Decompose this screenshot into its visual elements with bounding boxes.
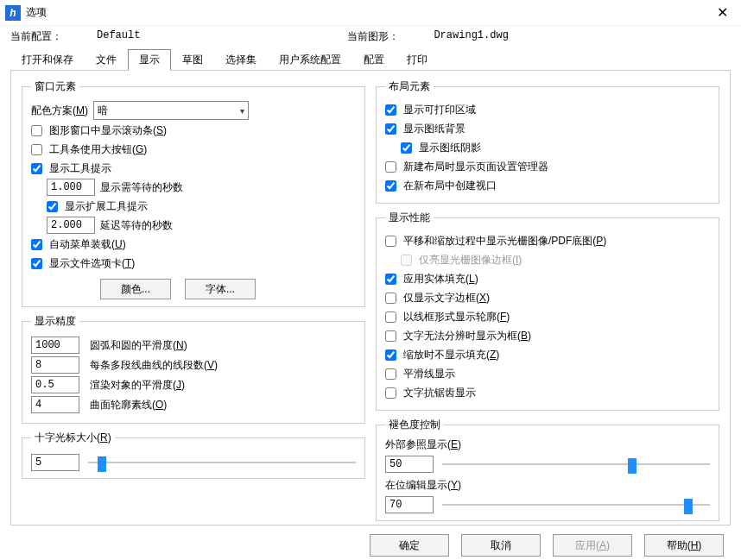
input-xref-fade[interactable] [385, 456, 434, 473]
tab-print[interactable]: 打印 [396, 49, 439, 71]
lbl-apply-solid-fill: 应用实体填充(L) [403, 272, 478, 286]
cb-show-ext-tooltip[interactable] [47, 201, 58, 212]
group-layout-elements-legend: 布局元素 [385, 79, 434, 94]
current-config-value: Default [97, 29, 140, 44]
input-arc-smoothness[interactable] [31, 337, 79, 354]
group-display-precision-legend: 显示精度 [31, 314, 79, 329]
input-tooltip-delay[interactable] [47, 179, 95, 196]
input-inplace-fade[interactable] [385, 496, 434, 513]
lbl-smooth-line: 平滑线显示 [403, 367, 455, 381]
group-display-precision: 显示精度 圆弧和圆的平滑度(N) 每条多段线曲线的线段数(V) 渲染对象的平滑度… [22, 314, 365, 424]
slider-xref-fade[interactable] [442, 456, 710, 473]
lbl-show-scrollbars: 图形窗口中显示滚动条(S) [49, 123, 167, 138]
lbl-show-paper-shadow: 显示图纸阴影 [419, 141, 481, 155]
current-drawing-value: Drawing1.dwg [434, 29, 508, 44]
lbl-show-printable-area: 显示可打印区域 [403, 103, 476, 117]
lbl-show-paper-bg: 显示图纸背景 [403, 122, 466, 136]
btn-fonts[interactable]: 字体... [185, 279, 256, 299]
cb-smooth-line[interactable] [385, 368, 396, 380]
lbl-no-fill-zoom: 缩放时不显示填充(Z) [403, 348, 499, 362]
lbl-tooltip-delay: 显示需等待的秒数 [100, 180, 183, 195]
lbl-xref-fade: 外部参照显示(E) [385, 437, 710, 452]
lbl-text-box-unreadable: 文字无法分辨时显示为框(B) [403, 329, 531, 343]
lbl-show-file-tabs: 显示文件选项卡(T) [49, 256, 135, 271]
tab-display[interactable]: 显示 [128, 49, 171, 71]
btn-apply: 应用(A) [553, 534, 632, 557]
cb-apply-solid-fill[interactable] [385, 274, 396, 285]
group-crosshair-size-legend: 十字光标大小(R) [31, 431, 115, 445]
cb-new-layout-psm[interactable] [385, 161, 396, 173]
tab-selection[interactable]: 选择集 [214, 49, 268, 71]
lbl-ext-tooltip-delay: 延迟等待的秒数 [100, 218, 173, 233]
cb-text-box-unreadable[interactable] [385, 330, 396, 342]
lbl-surface-contour: 曲面轮廓素线(O) [90, 398, 167, 412]
lbl-show-ext-tooltip: 显示扩展工具提示 [65, 199, 148, 214]
group-display-performance: 显示性能 平移和缩放过程中显示光栅图像/PDF底图(P) 仅亮显光栅图像边框(I… [376, 211, 719, 411]
cb-large-buttons[interactable] [31, 144, 42, 155]
btn-help[interactable]: 帮助(H) [644, 534, 724, 557]
lbl-new-layout-psm: 新建布局时显示页面设置管理器 [403, 160, 548, 174]
group-display-performance-legend: 显示性能 [385, 211, 434, 225]
lbl-text-frame-only: 仅显示文字边框(X) [403, 291, 490, 305]
group-window-elements: 窗口元素 配色方案(M) 暗 ▾ 图形窗口中显示滚动条(S) 工具条使用大按钮(… [22, 79, 365, 307]
lbl-highlight-raster-frame: 仅亮显光栅图像边框(I) [419, 253, 522, 267]
lbl-large-buttons: 工具条使用大按钮(G) [49, 142, 147, 157]
btn-cancel[interactable]: 取消 [461, 534, 541, 557]
cb-show-tooltips[interactable] [31, 163, 42, 174]
tab-sketch[interactable]: 草图 [171, 49, 214, 71]
color-scheme-select[interactable]: 暗 ▾ [93, 101, 249, 120]
app-icon: h [5, 5, 21, 21]
lbl-auto-menu: 自动菜单装载(U) [49, 237, 126, 252]
lbl-polyline-segments: 每条多段线曲线的线段数(V) [90, 358, 218, 373]
input-ext-tooltip-delay[interactable] [47, 217, 95, 234]
cb-show-paper-shadow[interactable] [401, 142, 412, 154]
cb-text-frame-only[interactable] [385, 293, 396, 304]
lbl-inplace-fade: 在位编辑显示(Y) [385, 478, 710, 493]
tab-user-sys[interactable]: 用户系统配置 [268, 49, 352, 71]
group-fade-control-legend: 褪色度控制 [385, 418, 444, 432]
tab-files[interactable]: 文件 [85, 49, 128, 71]
input-polyline-segments[interactable] [31, 356, 79, 374]
input-render-smoothness[interactable] [31, 376, 79, 393]
current-drawing-label: 当前图形： [347, 29, 399, 44]
lbl-text-antialias: 文字抗锯齿显示 [403, 386, 476, 400]
color-scheme-value: 暗 [98, 104, 108, 118]
tab-open-save[interactable]: 打开和保存 [10, 49, 85, 71]
cb-show-scrollbars[interactable] [31, 125, 42, 136]
slider-inplace-fade[interactable] [442, 496, 710, 513]
group-layout-elements: 布局元素 显示可打印区域 显示图纸背景 显示图纸阴影 新建布局时显示页面设置管理… [376, 79, 719, 204]
lbl-arc-smoothness: 圆弧和圆的平滑度(N) [90, 338, 187, 353]
close-button[interactable]: ✕ [710, 1, 734, 25]
lbl-show-tooltips: 显示工具提示 [49, 161, 111, 176]
btn-colors[interactable]: 颜色... [100, 279, 171, 299]
input-crosshair-size[interactable] [31, 454, 79, 471]
input-surface-contour[interactable] [31, 396, 79, 413]
lbl-pan-zoom-raster: 平移和缩放过程中显示光栅图像/PDF底图(P) [403, 234, 606, 249]
tab-configs[interactable]: 配置 [352, 49, 396, 71]
group-fade-control: 褪色度控制 外部参照显示(E) 在位编辑显示(Y) [376, 418, 719, 521]
slider-crosshair-size[interactable] [88, 454, 356, 471]
lbl-create-viewport: 在新布局中创建视口 [403, 179, 497, 193]
cb-create-viewport[interactable] [385, 180, 396, 192]
cb-show-printable-area[interactable] [385, 104, 396, 116]
cb-wireframe-silhouette[interactable] [385, 311, 396, 323]
lbl-wireframe-silhouette: 以线框形式显示轮廓(F) [403, 310, 510, 324]
cb-auto-menu[interactable] [31, 239, 42, 250]
btn-ok[interactable]: 确定 [370, 534, 449, 557]
cb-show-file-tabs[interactable] [31, 258, 42, 269]
cb-highlight-raster-frame [401, 255, 412, 266]
group-window-elements-legend: 窗口元素 [31, 79, 79, 94]
cb-show-paper-bg[interactable] [385, 123, 396, 135]
group-crosshair-size: 十字光标大小(R) [22, 431, 365, 479]
chevron-down-icon: ▾ [240, 106, 244, 116]
cb-no-fill-zoom[interactable] [385, 349, 396, 361]
current-config-label: 当前配置： [10, 29, 62, 44]
lbl-render-smoothness: 渲染对象的平滑度(J) [90, 378, 185, 393]
cb-text-antialias[interactable] [385, 387, 396, 399]
cb-pan-zoom-raster[interactable] [385, 236, 396, 247]
color-scheme-label: 配色方案(M) [31, 104, 88, 118]
window-title: 选项 [26, 5, 47, 20]
